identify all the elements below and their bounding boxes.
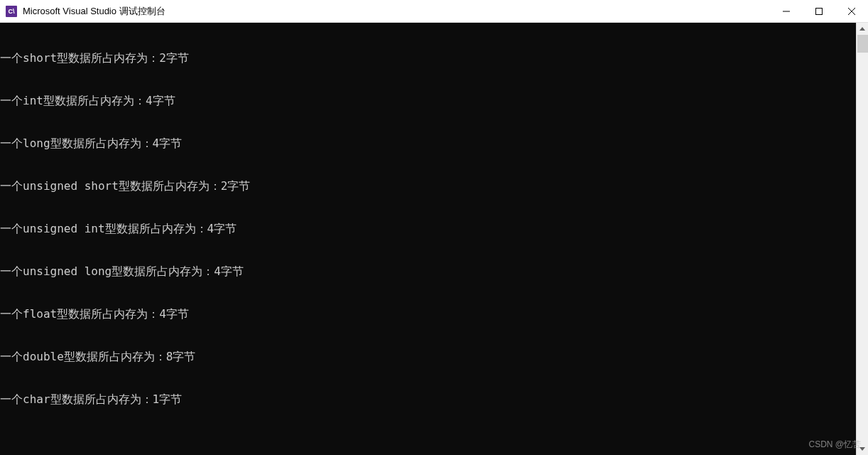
console-line: 一个float型数据所占内存为：4字节 (0, 307, 856, 321)
console-line: 一个double型数据所占内存为：8字节 (0, 350, 856, 364)
console-line: 一个short型数据所占内存为：2字节 (0, 51, 856, 65)
console-line: 一个int型数据所占内存为：4字节 (0, 94, 856, 108)
console-line: 一个unsigned short型数据所占内存为：2字节 (0, 179, 856, 193)
window-title: Microsoft Visual Studio 调试控制台 (23, 5, 770, 18)
close-button[interactable] (835, 0, 868, 22)
console-line: 一个char型数据所占内存为：1字节 (0, 392, 856, 407)
app-icon: C\ (6, 6, 17, 17)
console-line: 一个long型数据所占内存为：4字节 (0, 136, 856, 151)
console-line: 一个unsigned long型数据所占内存为：4字节 (0, 264, 856, 279)
scroll-up-button[interactable] (857, 23, 868, 35)
console-output[interactable]: 一个short型数据所占内存为：2字节 一个int型数据所占内存为：4字节 一个… (0, 23, 856, 455)
console-area: 一个short型数据所占内存为：2字节 一个int型数据所占内存为：4字节 一个… (0, 23, 868, 455)
window-controls (770, 0, 868, 22)
scroll-thumb[interactable] (857, 35, 868, 53)
minimize-button[interactable] (770, 0, 803, 22)
console-line: 一个unsigned int型数据所占内存为：4字节 (0, 222, 856, 236)
scroll-down-button[interactable] (857, 443, 868, 455)
vertical-scrollbar[interactable] (856, 23, 868, 455)
maximize-button[interactable] (803, 0, 835, 22)
svg-rect-1 (816, 8, 823, 14)
title-bar: C\ Microsoft Visual Studio 调试控制台 (0, 0, 868, 23)
